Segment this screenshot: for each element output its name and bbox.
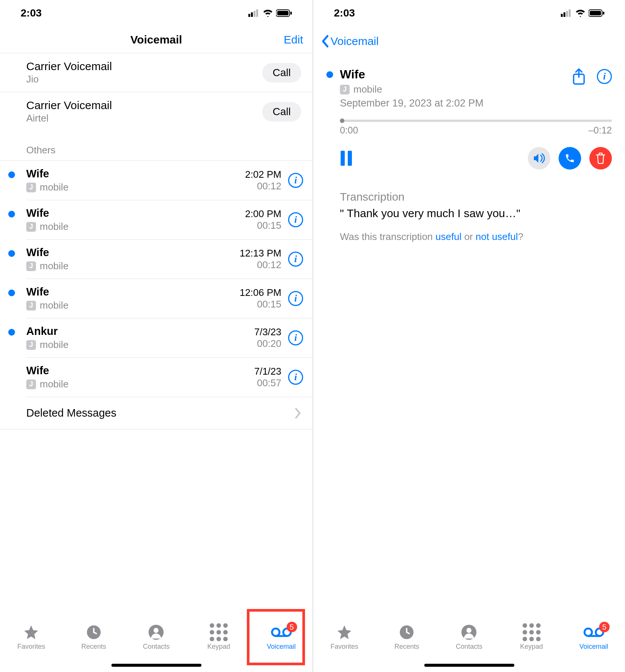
wifi-icon (263, 9, 273, 17)
voicemail-list-screen: 2:03 Voicemail Edit Carrier Voicemail Ji… (0, 0, 312, 672)
tab-recents[interactable]: Recents (384, 624, 429, 651)
voicemail-time: 2:02 PM (245, 169, 281, 180)
tab-label: Voicemail (267, 643, 296, 651)
phone-label: mobile (353, 84, 382, 95)
scrubber-thumb[interactable] (340, 118, 344, 123)
unread-dot (8, 250, 15, 257)
contact-badge: J (26, 183, 36, 192)
tab-label: Contacts (456, 643, 482, 651)
voicemail-duration: 00:57 (254, 377, 281, 389)
caller-name: Wife (340, 68, 565, 81)
status-bar: 2:03 (0, 0, 312, 26)
tab-voicemail[interactable]: Voicemail 5 (571, 624, 616, 651)
call-button[interactable]: Call (262, 63, 301, 82)
tab-keypad[interactable]: Keypad (196, 624, 241, 651)
tab-favorites[interactable]: Favorites (9, 624, 54, 651)
pause-button[interactable] (340, 151, 353, 166)
keypad-icon (210, 623, 228, 641)
person-icon (149, 625, 164, 640)
svg-rect-18 (590, 11, 601, 15)
info-button[interactable]: i (288, 252, 303, 267)
unread-dot (326, 71, 333, 78)
svg-rect-3 (256, 9, 258, 17)
caller-name: Wife (26, 246, 240, 259)
svg-rect-6 (290, 12, 292, 15)
feedback-useful-link[interactable]: useful (436, 231, 461, 242)
tab-keypad[interactable]: Keypad (509, 624, 554, 651)
phone-label: mobile (40, 339, 69, 351)
tab-contacts[interactable]: Contacts (134, 624, 179, 651)
playback-controls (340, 147, 612, 170)
svg-rect-0 (248, 14, 250, 17)
person-icon (461, 625, 476, 640)
voicemail-row[interactable]: WifeJmobile2:02 PM00:12i (26, 161, 312, 200)
carrier-name: Carrier Voicemail (26, 99, 262, 112)
tab-recents[interactable]: Recents (71, 624, 116, 651)
voicemail-time: 12:06 PM (240, 287, 281, 298)
clock-icon (399, 625, 414, 640)
feedback-not-useful-link[interactable]: not useful (476, 231, 518, 242)
carrier-provider: Jio (26, 74, 262, 85)
carrier-voicemail-row[interactable]: Carrier Voicemail Jio Call (0, 53, 312, 92)
share-icon[interactable] (571, 68, 586, 86)
tab-label: Recents (394, 643, 419, 651)
info-button[interactable]: i (288, 330, 303, 345)
svg-rect-21 (341, 151, 345, 166)
phone-icon (565, 153, 575, 164)
svg-rect-1 (251, 12, 253, 17)
call-back-button[interactable] (559, 147, 581, 170)
voicemail-duration: 00:20 (254, 338, 281, 350)
voicemail-detail: Wife J mobile September 19, 2023 at 2:02… (313, 56, 625, 243)
nav-header: Voicemail Edit (0, 26, 312, 53)
tab-label: Favorites (331, 643, 358, 651)
carrier-voicemail-row[interactable]: Carrier Voicemail Airtel Call (0, 92, 312, 131)
back-button[interactable]: Voicemail (313, 26, 625, 56)
voicemail-duration: 00:15 (240, 298, 281, 310)
section-header-others: Others (0, 131, 312, 161)
info-button[interactable]: i (597, 69, 612, 84)
voicemail-row[interactable]: WifeJmobile7/1/2300:57i (26, 358, 312, 397)
playback-scrubber[interactable]: 0:00 –0:12 (340, 120, 612, 136)
info-button[interactable]: i (288, 291, 303, 306)
svg-point-25 (467, 628, 472, 633)
deleted-messages-label: Deleted Messages (26, 407, 116, 419)
info-button[interactable]: i (288, 173, 303, 188)
svg-point-9 (154, 628, 159, 633)
transcription-section: Transcription " Thank you very much I sa… (340, 190, 612, 243)
svg-rect-16 (569, 9, 571, 17)
tab-contacts[interactable]: Contacts (446, 624, 491, 651)
voicemail-row[interactable]: WifeJmobile12:13 PM00:12i (26, 240, 312, 279)
chevron-left-icon (321, 34, 329, 48)
home-indicator (111, 664, 201, 667)
call-button[interactable]: Call (262, 102, 301, 122)
status-bar: 2:03 (313, 0, 625, 26)
status-icons (561, 9, 604, 17)
info-button[interactable]: i (288, 212, 303, 227)
edit-button[interactable]: Edit (284, 33, 303, 46)
delete-button[interactable] (589, 147, 612, 170)
clock-icon (86, 625, 101, 640)
tab-label: Contacts (143, 643, 170, 651)
tab-favorites[interactable]: Favorites (322, 624, 367, 651)
phone-label: mobile (40, 300, 69, 311)
contact-badge: J (26, 340, 36, 350)
voicemail-row[interactable]: AnkurJmobile7/3/2300:20i (26, 318, 312, 358)
deleted-messages-row[interactable]: Deleted Messages (0, 397, 312, 429)
battery-icon (276, 9, 292, 17)
voicemail-duration: 00:15 (245, 220, 281, 231)
voicemail-row[interactable]: WifeJmobile2:00 PM00:15i (26, 200, 312, 240)
voicemail-badge: 5 (599, 622, 610, 632)
keypad-icon (523, 623, 541, 641)
caller-name: Ankur (26, 325, 254, 338)
carrier-name: Carrier Voicemail (26, 60, 262, 73)
info-button[interactable]: i (288, 370, 303, 385)
contact-badge: J (26, 380, 36, 389)
voicemail-row[interactable]: WifeJmobile12:06 PM00:15i (26, 279, 312, 318)
caller-name: Wife (26, 286, 240, 298)
status-time: 2:03 (334, 7, 355, 19)
tab-voicemail[interactable]: Voicemail 5 (259, 624, 304, 651)
home-indicator (424, 664, 514, 667)
speaker-button[interactable] (528, 147, 550, 170)
unread-dot (8, 171, 15, 178)
contact-badge: J (26, 301, 36, 310)
